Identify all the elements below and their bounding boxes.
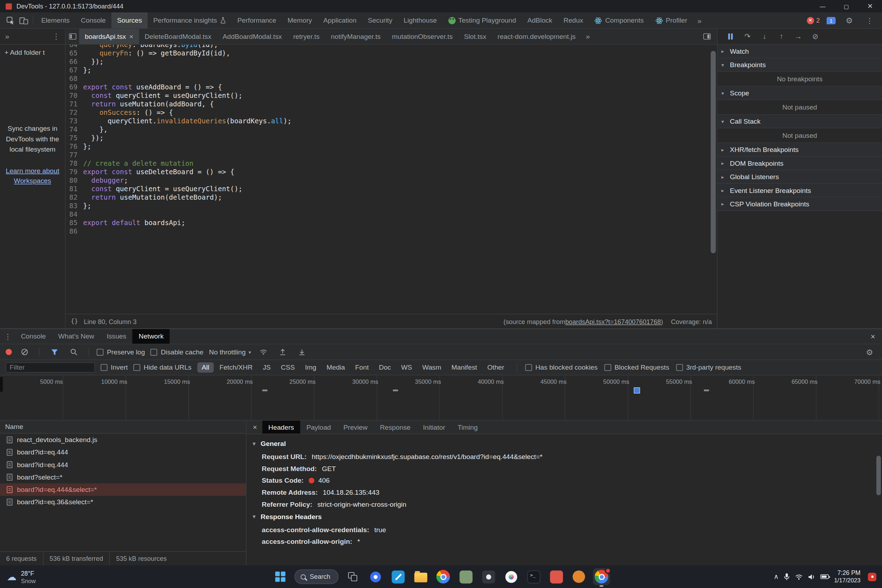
sidebar-section-global-listeners[interactable]: ▸Global Listeners bbox=[717, 170, 882, 184]
tab-adblock[interactable]: AdBlock bbox=[522, 12, 558, 28]
filter-checkbox-3rd-party-requests[interactable]: 3rd-party requests bbox=[676, 364, 741, 371]
request-waterfall-bar[interactable] bbox=[393, 389, 398, 391]
microphone-icon[interactable] bbox=[784, 573, 790, 580]
tab-console[interactable]: Console bbox=[75, 12, 111, 28]
request-row[interactable]: board?id=eq.444 bbox=[0, 446, 246, 458]
request-waterfall-bar[interactable] bbox=[262, 389, 267, 391]
weather-widget[interactable]: ☁ 28°F Snow bbox=[0, 570, 42, 584]
close-details-icon[interactable]: × bbox=[247, 423, 262, 432]
tab-profiler[interactable]: Profiler bbox=[650, 12, 693, 28]
taskbar-app-chrome-active[interactable] bbox=[593, 568, 610, 585]
maximize-button[interactable]: ▢ bbox=[835, 0, 858, 12]
export-har-icon[interactable] bbox=[295, 345, 309, 358]
tab-application[interactable]: Application bbox=[318, 12, 362, 28]
details-tab-response[interactable]: Response bbox=[374, 420, 417, 434]
sidebar-section-xhr-fetch-breakpoints[interactable]: ▸XHR/fetch Breakpoints bbox=[717, 143, 882, 156]
taskbar-app-file-explorer[interactable] bbox=[412, 568, 429, 585]
task-view-button[interactable] bbox=[345, 568, 362, 585]
source-map-link[interactable]: boardsApi.tsx?t=1674007601768 bbox=[566, 318, 661, 325]
network-conditions-icon[interactable] bbox=[256, 345, 270, 358]
filter-chip-js[interactable]: JS bbox=[258, 363, 275, 373]
notification-badge[interactable] bbox=[868, 573, 876, 581]
sidebar-section-watch[interactable]: ▸Watch bbox=[717, 45, 882, 58]
drawer-menu-icon[interactable]: ⋮ bbox=[1, 330, 15, 343]
general-section-header[interactable]: ▼General bbox=[247, 437, 882, 450]
file-tab-boardsapi-tsx[interactable]: boardsApi.tsx× bbox=[79, 29, 139, 44]
taskbar-app-10[interactable] bbox=[548, 568, 565, 585]
details-tab-headers[interactable]: Headers bbox=[262, 420, 300, 434]
filter-chip-wasm[interactable]: Wasm bbox=[418, 363, 446, 373]
filter-chip-media[interactable]: Media bbox=[322, 363, 350, 373]
tab-performance-insights[interactable]: Performance insights bbox=[148, 12, 232, 28]
drawer-tab-what-s-new[interactable]: What's New bbox=[52, 329, 100, 344]
add-folder-button[interactable]: + Add folder t bbox=[0, 45, 65, 57]
taskbar-clock[interactable]: 7:26 PM 1/17/2023 bbox=[834, 569, 861, 584]
drawer-tab-console[interactable]: Console bbox=[15, 329, 52, 344]
disable-cache-checkbox[interactable]: Disable cache bbox=[150, 348, 203, 356]
sidebar-section-dom-breakpoints[interactable]: ▸DOM Breakpoints bbox=[717, 156, 882, 170]
filter-chip-ws[interactable]: WS bbox=[396, 363, 417, 373]
details-tab-payload[interactable]: Payload bbox=[300, 420, 338, 434]
deactivate-breakpoints-icon[interactable]: ⊘ bbox=[808, 30, 823, 43]
editor-scrollbar[interactable] bbox=[711, 51, 716, 254]
sidebar-section-scope[interactable]: ▾Scope bbox=[717, 87, 882, 100]
filter-chip-css[interactable]: CSS bbox=[276, 363, 299, 373]
tab-performance[interactable]: Performance bbox=[232, 12, 282, 28]
close-tab-icon[interactable]: × bbox=[129, 33, 133, 40]
sidebar-section-event-listener-breakpoints[interactable]: ▸Event Listener Breakpoints bbox=[717, 184, 882, 197]
filter-chip-other[interactable]: Other bbox=[483, 363, 509, 373]
network-settings-gear-icon[interactable]: ⚙ bbox=[863, 345, 876, 358]
details-tab-preview[interactable]: Preview bbox=[337, 420, 374, 434]
more-file-tabs-icon[interactable]: » bbox=[581, 32, 594, 40]
filter-chip-font[interactable]: Font bbox=[351, 363, 373, 373]
request-row[interactable]: board?id=eq.36&select=* bbox=[0, 496, 246, 508]
more-options-icon[interactable]: ⋮ bbox=[863, 14, 876, 27]
step-into-icon[interactable]: ↓ bbox=[757, 30, 772, 43]
navigator-toggle-icon[interactable] bbox=[66, 30, 79, 43]
drawer-tab-network[interactable]: Network bbox=[132, 329, 170, 344]
name-column-header[interactable]: Name bbox=[0, 420, 246, 434]
filter-chip-img[interactable]: Img bbox=[300, 363, 321, 373]
throttling-dropdown[interactable]: No throttling▾ bbox=[209, 348, 251, 356]
pretty-print-icon[interactable]: {} bbox=[70, 318, 78, 325]
navigator-menu-icon[interactable]: ⋮ bbox=[52, 32, 60, 40]
request-waterfall-bar[interactable] bbox=[704, 389, 709, 391]
filter-checkbox-has-blocked-cookies[interactable]: Has blocked cookies bbox=[525, 364, 597, 371]
details-tab-initiator[interactable]: Initiator bbox=[417, 420, 451, 434]
details-tab-timing[interactable]: Timing bbox=[451, 420, 484, 434]
drawer-tab-issues[interactable]: Issues bbox=[100, 329, 132, 344]
taskbar-app-7[interactable] bbox=[480, 568, 497, 585]
filter-chip-all[interactable]: All bbox=[197, 363, 214, 373]
volume-icon[interactable] bbox=[808, 573, 816, 580]
debugger-dock-icon[interactable] bbox=[700, 30, 714, 43]
file-tab-notifymanager-ts[interactable]: notifyManager.ts bbox=[325, 29, 386, 44]
close-drawer-icon[interactable]: × bbox=[864, 332, 882, 341]
filter-checkbox-blocked-requests[interactable]: Blocked Requests bbox=[604, 364, 669, 371]
record-network-log-button[interactable] bbox=[6, 349, 12, 355]
file-tab-react-dom-development-js[interactable]: react-dom.development.js bbox=[492, 29, 581, 44]
tab-sources[interactable]: Sources bbox=[111, 12, 147, 28]
close-window-button[interactable]: ✕ bbox=[858, 0, 882, 12]
sidebar-section-breakpoints[interactable]: ▾Breakpoints bbox=[717, 58, 882, 72]
pause-script-execution-icon[interactable] bbox=[723, 30, 738, 43]
taskbar-app-chrome[interactable] bbox=[435, 568, 452, 585]
code-editor[interactable]: 64 queryKey: boardKeys.byId(id),65 query… bbox=[66, 45, 717, 314]
clear-network-log-icon[interactable] bbox=[18, 345, 31, 358]
import-har-icon[interactable] bbox=[276, 345, 290, 358]
file-tab-addboardmodal-tsx[interactable]: AddBoardModal.tsx bbox=[217, 29, 288, 44]
tab-security[interactable]: Security bbox=[362, 12, 398, 28]
details-scrollbar[interactable] bbox=[876, 456, 881, 495]
taskbar-app-terminal[interactable]: >_ bbox=[525, 568, 542, 585]
settings-gear-icon[interactable]: ⚙ bbox=[842, 14, 856, 27]
hide-data-urls-checkbox[interactable]: Hide data URLs bbox=[134, 364, 192, 371]
filter-chip-doc[interactable]: Doc bbox=[375, 363, 396, 373]
console-errors-badge[interactable]: ✕2 bbox=[807, 16, 820, 24]
tab-lighthouse[interactable]: Lighthouse bbox=[398, 12, 442, 28]
file-tab-retryer-ts[interactable]: retryer.ts bbox=[288, 29, 326, 44]
wifi-icon[interactable] bbox=[795, 573, 803, 580]
taskbar-app-vscode[interactable] bbox=[390, 568, 407, 585]
workspaces-learn-more-link[interactable]: Learn more about Workspaces bbox=[0, 165, 65, 186]
tab-elements[interactable]: Elements bbox=[36, 12, 75, 28]
request-row[interactable]: react_devtools_backend.js bbox=[0, 434, 246, 446]
invert-filter-checkbox[interactable]: Invert bbox=[101, 364, 128, 371]
